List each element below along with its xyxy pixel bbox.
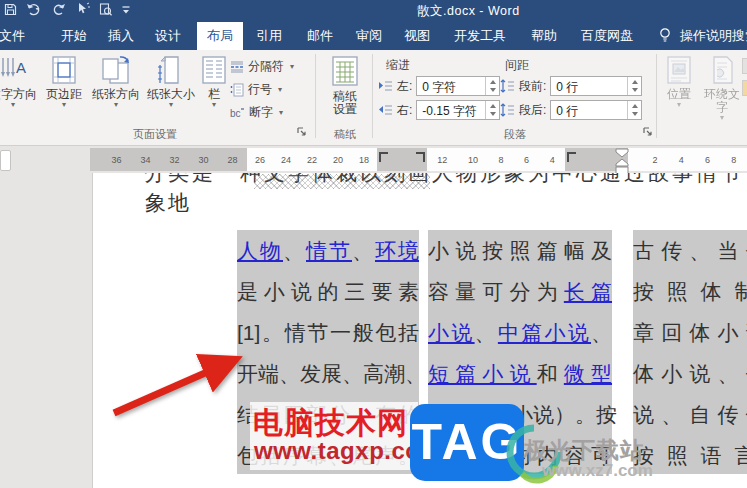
dropdown-caret-icon: ▾ [700, 114, 744, 122]
indent-right-label: 右: [397, 102, 412, 119]
doc-line: 人物、情节、环境 [237, 230, 419, 271]
ruler-number: 12 [437, 155, 447, 165]
tab-design[interactable]: 设计 [149, 22, 187, 50]
spinner-buttons[interactable] [485, 77, 499, 95]
hyperlink[interactable]: 小说 [428, 321, 475, 344]
doc-text: 、 [475, 321, 498, 344]
spacing-after-input[interactable]: 0 行 [550, 100, 642, 120]
indent-right-icon [378, 104, 393, 117]
ruler-number: 6 [705, 155, 710, 165]
spinner-buttons[interactable] [485, 101, 499, 119]
window-title: 散文.docx - Word [417, 3, 520, 20]
hyperlink[interactable]: 环境 [375, 239, 419, 262]
tab-mailings[interactable]: 邮件 [301, 22, 339, 50]
hyperlink[interactable]: 人物 [237, 239, 283, 262]
doc-text: 和 [537, 362, 564, 385]
ruler-number: 22 [307, 155, 317, 165]
word-window: 散文.docx - Word 文件 开始 插入 设计 布局 引用 邮件 审阅 视… [0, 0, 747, 488]
ruler-text-segment: 2468 [628, 148, 747, 171]
dropdown-caret-icon: ▾ [40, 101, 88, 109]
ruler-origin-box [0, 150, 11, 171]
hyperlink[interactable]: 微型 [564, 362, 612, 385]
page-setup-dialog-launcher[interactable] [296, 126, 308, 138]
spacing-after-icon [500, 103, 515, 117]
column-marker-icon [567, 152, 576, 162]
hyperlink[interactable]: 情节 [306, 239, 352, 262]
indent-section-label: 缩进 [386, 57, 410, 74]
quick-access-toolbar [4, 2, 131, 16]
ruler-number: 24 [281, 155, 291, 165]
dropdown-caret-icon: ▾ [290, 63, 294, 71]
ribbon-layout: A 文字方向 ▾ 页边距 ▾ 纸张方向 ▾ [0, 50, 747, 146]
doc-text: 、 [352, 239, 375, 262]
print-preview-icon[interactable] [99, 3, 112, 16]
tab-help[interactable]: 帮助 [525, 22, 563, 50]
doc-line: 章回体小说、日 [633, 312, 747, 353]
wrap-text-button[interactable]: 环绕文字 ▾ [700, 53, 744, 139]
arrange-group-partial [742, 80, 747, 96]
tab-developer[interactable]: 开发工具 [449, 22, 511, 50]
tab-view[interactable]: 视图 [398, 22, 436, 50]
indent-right-input[interactable]: -0.15 字符 [416, 100, 500, 120]
text-column-3[interactable]: 古传、当代等小按照体制可分章回体小说、日体小说、书信体说、自传体小说按照语言形式 [633, 230, 747, 474]
tab-layout[interactable]: 布局 [197, 22, 243, 50]
ruler-text-segment: 1210864 [427, 148, 565, 171]
tab-insert[interactable]: 插入 [102, 22, 140, 50]
indent-markers[interactable] [614, 148, 631, 175]
doc-line: 说、自传体小说 [633, 394, 747, 435]
line-numbers-button[interactable]: 行号 ▾ [230, 81, 282, 98]
line-numbers-icon [230, 83, 244, 97]
hyperlink[interactable]: 短篇小说 [428, 362, 537, 385]
tab-baidu-netdisk[interactable]: 百度网盘 [576, 22, 638, 50]
svg-text:bc: bc [230, 108, 241, 119]
tab-tell-me[interactable]: 操作说明搜索 [680, 22, 747, 50]
horizontal-ruler[interactable]: 3634323028 2624222018 1210864 2468 [0, 146, 747, 173]
indent-left-input[interactable]: 0 字符 [416, 76, 500, 96]
hyperlink[interactable]: 中篇小说 [498, 321, 591, 344]
doc-text: 是小说的三要素 [237, 280, 419, 303]
redo-icon[interactable] [53, 3, 66, 16]
cursor-select-icon[interactable] [75, 2, 90, 16]
save-icon[interactable] [4, 3, 17, 16]
ruler-number: 30 [198, 155, 208, 165]
tab-references[interactable]: 引用 [250, 22, 288, 50]
ruler-number: 26 [255, 155, 265, 165]
tab-file[interactable]: 文件 [0, 22, 34, 50]
arrange-group-partial [742, 58, 747, 74]
ruler-number: 8 [498, 155, 503, 165]
spacing-before-label: 段前: [519, 78, 546, 95]
customize-qat-icon[interactable] [121, 3, 131, 16]
tab-home[interactable]: 开始 [55, 22, 93, 50]
group-label-paragraph: 段落 [375, 127, 655, 142]
doc-line: 体小说、书信体 [633, 353, 747, 394]
group-label-manuscript: 稿纸 [316, 127, 374, 142]
dropdown-caret-icon: ▾ [90, 101, 142, 109]
dropdown-caret-icon: ▾ [146, 101, 196, 109]
spinner-buttons[interactable] [627, 101, 641, 119]
ruler-number: 2 [653, 155, 658, 165]
position-button[interactable]: 位置 ▾ [661, 53, 697, 139]
document-area[interactable]: 分类是一种文学体裁以刻画人物形象为中心通过故事情节 象地 人物、情节、环境是小说… [0, 173, 747, 488]
doc-text: 容量可分为 [428, 280, 564, 303]
breaks-button[interactable]: 分隔符 ▾ [230, 58, 294, 75]
spacing-before-icon [500, 79, 515, 93]
column-marker-icon [379, 152, 388, 162]
ruler-number: 18 [359, 155, 369, 165]
spacing-before-input[interactable]: 0 行 [550, 76, 642, 96]
indent-left-icon [378, 80, 393, 93]
paper-size-icon [156, 55, 186, 85]
undo-icon[interactable] [26, 3, 44, 16]
tab-review[interactable]: 审阅 [350, 22, 388, 50]
title-bar: 散文.docx - Word [0, 0, 747, 22]
spinner-buttons[interactable] [627, 77, 641, 95]
doc-text: 小说按照篇幅及 [428, 239, 612, 262]
paragraph-dialog-launcher[interactable] [642, 126, 654, 138]
text-direction-icon: A [0, 55, 28, 85]
doc-text: 按照体制可分 [633, 280, 747, 303]
hyperlink[interactable]: 长篇 [564, 280, 612, 303]
doc-text: [1]。情节一般包括 [237, 321, 419, 344]
doc-line: 小说按照篇幅及 [428, 230, 612, 271]
clipped-text-line: 分类是一种文学体裁以刻画人物形象为中心通过故事情节 [144, 173, 747, 185]
ruler-margin-segment: 3634323028 [90, 148, 247, 171]
hyphenation-button[interactable]: bc 断字 ▾ [230, 104, 283, 121]
